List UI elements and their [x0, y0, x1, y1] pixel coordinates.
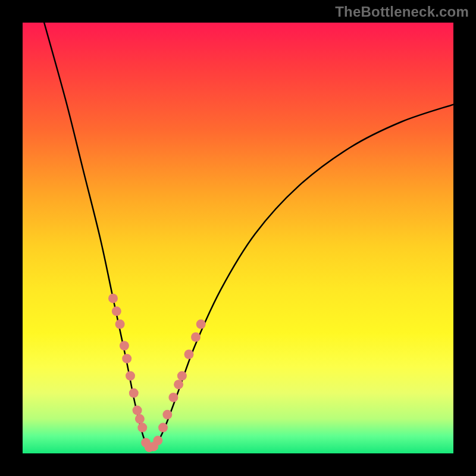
curve-bead — [137, 423, 147, 433]
curve-bead — [129, 389, 139, 398]
curve-bead — [153, 436, 162, 445]
bottleneck-curve — [44, 23, 453, 450]
curve-bead — [115, 320, 125, 329]
curve-bead — [184, 350, 194, 359]
curve-bead — [122, 354, 131, 364]
curve-bead — [196, 320, 206, 329]
curve-bead — [112, 306, 121, 316]
curve-bead — [162, 410, 172, 419]
plot-area — [23, 23, 453, 453]
curve-bead — [158, 423, 168, 433]
curve-beads-group — [108, 293, 206, 452]
curve-bead — [174, 380, 183, 389]
curve-bead — [177, 371, 187, 381]
chart-frame: TheBottleneck.com — [0, 0, 476, 476]
curve-bead — [191, 333, 201, 342]
watermark-text: TheBottleneck.com — [335, 4, 469, 20]
curve-bead — [108, 293, 118, 303]
curve-bead — [168, 393, 178, 402]
curve-bead — [120, 341, 129, 350]
curve-bead — [126, 371, 135, 381]
curve-bead — [135, 414, 145, 424]
chart-svg — [23, 23, 453, 453]
curve-bead — [133, 406, 142, 415]
